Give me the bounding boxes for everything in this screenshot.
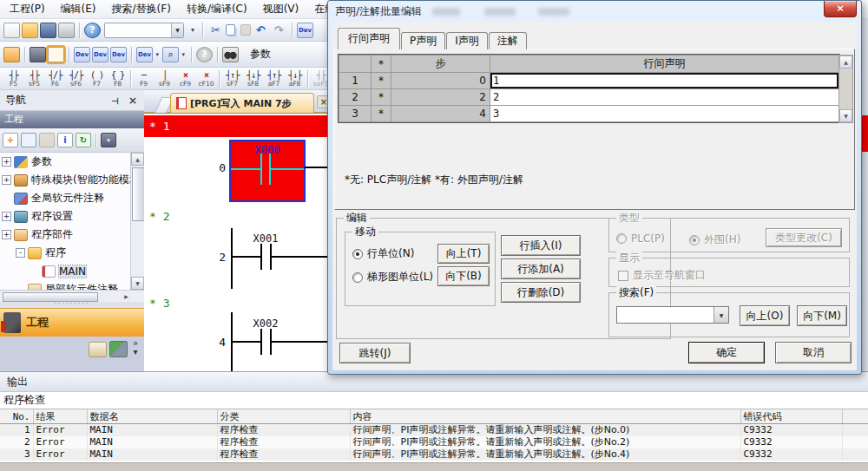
toolbar-separator[interactable] (79, 23, 80, 38)
toolbar-separator[interactable] (292, 23, 293, 38)
connection-destination-icon[interactable] (109, 341, 128, 357)
toolbar-separator[interactable] (191, 47, 192, 62)
device-comment-icon[interactable]: Dev (74, 47, 90, 62)
jump-button[interactable]: 跳转(J) (339, 343, 411, 363)
cut-icon[interactable]: ✂ (207, 23, 224, 38)
coil-icon[interactable]: ( )F7 (87, 69, 107, 88)
tree-item-program[interactable]: - 程序 (0, 244, 130, 262)
statement-row[interactable]: 1 * 0 1 (339, 73, 839, 89)
tree-expander-icon[interactable]: + (2, 230, 11, 239)
nav-property-icon[interactable]: i (57, 133, 73, 147)
print-icon[interactable] (58, 23, 75, 38)
new-file-icon[interactable] (3, 23, 20, 38)
menu-item[interactable]: 视图(V) (255, 0, 307, 18)
device-memory-icon[interactable]: Dev (92, 47, 108, 62)
menu-item[interactable]: 工程(P) (2, 0, 53, 18)
nav-copy-icon[interactable] (21, 133, 36, 147)
ok-button[interactable]: 确定 (688, 342, 765, 363)
device-display-icon[interactable]: Dev (136, 47, 153, 62)
toolbar-separator[interactable] (307, 70, 308, 88)
radio-icon[interactable] (352, 249, 363, 259)
closed-contact-icon[interactable]: ┤/├F6 (45, 69, 65, 88)
toolbar-separator[interactable] (131, 47, 132, 62)
tree-item-program-setting[interactable]: + 程序设置 (0, 207, 130, 226)
scroll-right-icon[interactable] (121, 291, 132, 301)
ladder-contact-x000-selected[interactable]: X000 (229, 140, 306, 202)
program-editor-icon[interactable] (48, 47, 64, 62)
toolbar-separator[interactable] (69, 47, 69, 62)
add-row-button[interactable]: 行添加(A) (501, 258, 581, 279)
tree-item-pou[interactable]: + 程序部件 (0, 226, 130, 244)
delete-horizontal-line-icon[interactable]: ×cF9 (175, 69, 195, 88)
search-down-button[interactable]: 向下(M) (797, 305, 847, 326)
dialog-close-button[interactable] (824, 1, 857, 17)
help-icon[interactable]: ? (84, 23, 101, 38)
tree-item-global-device-comment[interactable]: 全局软元件注释 (0, 189, 130, 207)
dialog-tab[interactable]: 行间声明 (338, 28, 400, 49)
search-combo[interactable] (616, 306, 729, 324)
chevron-down-icon[interactable] (713, 307, 728, 323)
toolbar-separator[interactable] (130, 70, 131, 88)
dialog-titlebar[interactable]: 声明/注解批量编辑 (328, 1, 861, 22)
tree-item-special-module[interactable]: + 特殊模块(智能功能模块) (0, 171, 130, 189)
move-down-button[interactable]: 向下(B) (437, 266, 490, 286)
device-search-icon[interactable]: ⌕ (162, 47, 179, 62)
error-row[interactable]: 2 Error MAIN 程序检查 行间声明、PI声明或注解异常。请重新输入声明… (0, 436, 868, 448)
tree-vertical-scrollbar[interactable]: ▲ ▼ (130, 153, 144, 290)
open-file-icon[interactable] (22, 23, 38, 38)
rising-pulse-branch-icon[interactable]: ┤↑├aF7 (264, 69, 284, 88)
scroll-up-icon[interactable]: ▲ (839, 56, 852, 69)
horizontal-line-icon[interactable]: ─F9 (134, 69, 154, 88)
undo-icon[interactable]: ↶ (253, 23, 269, 38)
menu-item[interactable]: 编辑(E) (53, 0, 104, 18)
search-up-button[interactable]: 向上(O) (740, 305, 790, 326)
user-library-icon[interactable] (89, 342, 107, 357)
tree-expander-icon[interactable]: + (2, 212, 11, 221)
scroll-down-icon[interactable]: ▼ (131, 277, 144, 290)
redo-icon[interactable]: ↷ (271, 23, 287, 38)
cancel-button[interactable]: 取消 (775, 342, 852, 363)
scrollbar-thumb[interactable] (132, 167, 145, 221)
tree-item-main[interactable]: MAIN (0, 262, 130, 280)
closed-contact-branch-icon[interactable]: ┤/├sF6 (66, 69, 86, 88)
scroll-up-icon[interactable]: ▲ (131, 153, 144, 166)
close-tab-icon[interactable] (317, 95, 327, 108)
toolbar-combo[interactable] (104, 23, 184, 38)
chevron-more-icon[interactable]: »▾ (130, 339, 141, 357)
rising-pulse-icon[interactable]: ┤↑├sF7 (222, 69, 242, 88)
nav-paste-icon[interactable] (39, 133, 55, 147)
copy-icon[interactable] (226, 24, 235, 36)
nav-refresh-icon[interactable]: ↻ (76, 133, 91, 147)
menu-item[interactable]: 转换/编译(C) (179, 0, 255, 18)
statement-cell[interactable]: 3 (490, 106, 839, 122)
project-view-button[interactable]: 工程 (0, 308, 144, 337)
error-row[interactable]: 1 Error MAIN 程序检查 行间声明、PI声明或注解异常。请重新输入声明… (0, 424, 868, 437)
tree-item-parameter[interactable]: + 参数 (0, 153, 130, 171)
ladder-statement-2[interactable]: * 2 (149, 210, 169, 223)
statement-row[interactable]: 2 * 2 2 (339, 89, 839, 106)
move-up-button[interactable]: 向上(T) (437, 244, 490, 264)
toolbar-separator[interactable] (219, 70, 220, 88)
tree-expander-icon[interactable]: - (16, 248, 25, 258)
device-batch-icon[interactable]: Dev (110, 47, 127, 62)
toolbar-separator[interactable] (202, 23, 203, 38)
tree-expander-icon[interactable]: + (2, 157, 11, 167)
delete-vertical-line-icon[interactable]: ×cF10 (196, 69, 216, 88)
toolbar-options-icon[interactable]: ▾ (187, 23, 198, 38)
ladder-statement-3[interactable]: * 3 (149, 297, 169, 310)
menu-item[interactable]: 搜索/替换(F) (104, 0, 179, 18)
radio-icon[interactable] (352, 272, 363, 283)
dialog-tab[interactable]: P声明 (401, 32, 445, 49)
ladder-document-tab[interactable]: [PRG]写入 MAIN 7步 (170, 93, 314, 113)
application-instruction-icon[interactable]: { }F8 (108, 69, 128, 88)
toolbar-separator[interactable] (95, 134, 96, 147)
statement-row[interactable]: 3 * 4 3 (339, 106, 839, 122)
nav-sort-icon[interactable]: ▾ (101, 133, 116, 147)
find-binoculars-icon[interactable] (222, 47, 239, 62)
save-icon[interactable] (40, 23, 56, 38)
scroll-down-icon[interactable]: ▼ (839, 109, 852, 122)
pin-icon[interactable] (109, 95, 122, 107)
open-contact-icon[interactable]: ┤├F5 (3, 69, 23, 88)
row-unit-radio[interactable]: 行单位(N) (352, 246, 414, 261)
falling-pulse-branch-icon[interactable]: ┤↓├aF8 (285, 69, 305, 88)
